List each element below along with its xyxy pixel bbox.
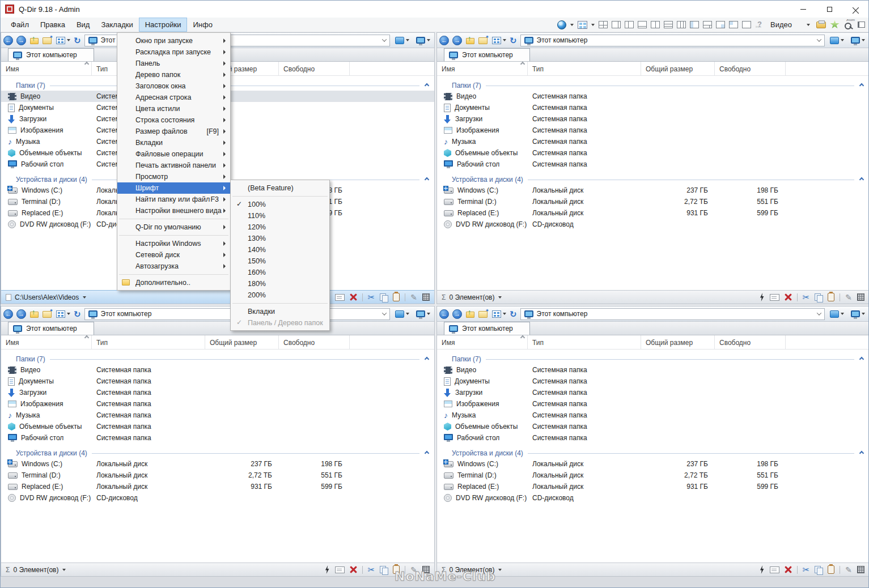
menu-item-вкладки[interactable]: Вкладки (117, 137, 230, 148)
menubar-item-инфо[interactable]: Инфо (187, 18, 218, 32)
group-header[interactable]: Устройства и диски (4) (437, 174, 869, 185)
pane-layout-preset-icon-9[interactable] (703, 21, 712, 28)
file-row[interactable]: ♪МузыкаСистемная папка (437, 136, 869, 147)
column-header-total-size[interactable]: Общий размер (641, 62, 715, 75)
menubar-item-правка[interactable]: Правка (35, 18, 71, 32)
file-row[interactable]: Terminal (D:)Локальный диск2,72 ТБ551 ГБ (437, 196, 869, 207)
menu-item-100-[interactable]: ✓100% (231, 199, 329, 210)
status-count[interactable]: 0 Элемент(ов) (449, 293, 494, 301)
column-header-type[interactable]: Тип (528, 62, 641, 75)
menu-item-шрифт[interactable]: Шрифт (117, 182, 230, 194)
pane-layout-preset-icon-1[interactable] (599, 21, 608, 28)
delete-icon[interactable] (785, 566, 792, 573)
filter-flash-icon[interactable] (760, 293, 765, 301)
pane-maximize-button[interactable] (393, 36, 411, 45)
column-header-total-size[interactable]: Общий размер (205, 335, 279, 349)
file-row[interactable]: ЗагрузкиСистемная папка (437, 113, 869, 125)
menu-item-настройки-внешнего-вида[interactable]: Настройки внешнего вида (117, 205, 230, 216)
menu-item-автозагрузка[interactable]: Автозагрузка (117, 261, 230, 272)
layout-grid-button[interactable] (578, 21, 587, 29)
collapse-group-icon[interactable] (859, 83, 864, 88)
file-row[interactable]: ВидеоСистемная папка (437, 91, 869, 102)
filter-flash-icon[interactable] (325, 565, 330, 574)
up-button[interactable] (465, 36, 475, 45)
file-row[interactable]: ИзображенияСистемная папка (437, 125, 869, 136)
file-row[interactable]: ДокументыСистемная папка (1, 376, 434, 387)
group-header[interactable]: Папки (7) (437, 80, 869, 91)
menu-item-строка-состояния[interactable]: Строка состояния (117, 114, 230, 126)
up-button[interactable] (465, 309, 475, 318)
back-button[interactable]: ← (439, 309, 449, 319)
file-row[interactable]: ВидеоСистемная папка (437, 364, 869, 376)
address-combo[interactable]: Этот компьютер (520, 35, 825, 46)
pane-screen-button[interactable] (849, 309, 867, 318)
menu-item-цвета-истили[interactable]: Цвета истили (117, 103, 230, 114)
delete-icon[interactable] (785, 293, 792, 301)
file-row[interactable]: Terminal (D:)Локальный диск2,72 ТБ551 ГБ (1, 470, 434, 481)
column-header-total-size[interactable]: Общий размер (641, 335, 715, 349)
file-row[interactable]: Replaced (E:)Локальный диск931 ГБ599 ГБ (1, 481, 434, 492)
column-header-name[interactable]: Имя (1, 335, 92, 349)
file-row[interactable]: Windows (C:)Локальный диск237 ГБ198 ГБ (437, 185, 869, 196)
file-row[interactable]: ЗагрузкиСистемная папка (437, 387, 869, 398)
column-header-free[interactable]: Свободно (715, 62, 786, 75)
group-header[interactable]: Папки (7) (437, 354, 869, 364)
rename-icon[interactable] (770, 294, 779, 301)
menu-item-найти-папку-или-файл[interactable]: Найти папку или файлF3 (117, 194, 230, 205)
column-header-name[interactable]: Имя (437, 62, 528, 75)
back-button[interactable]: ← (3, 36, 13, 45)
group-header[interactable]: Папки (7) (1, 354, 434, 364)
status-dropdown-icon[interactable] (498, 569, 502, 571)
filter-flash-icon[interactable] (760, 565, 765, 574)
pane-screen-button[interactable] (414, 36, 432, 45)
forward-button[interactable]: → (16, 309, 26, 319)
menu-item--beta-feature-[interactable]: (Beta Feature) (231, 182, 329, 194)
edit-pencil-icon[interactable]: ✎ (845, 293, 852, 301)
file-row[interactable]: ДокументыСистемная папка (437, 102, 869, 113)
edit-pencil-icon[interactable]: ✎ (845, 566, 852, 574)
pane-layout-preset-icon-2[interactable] (612, 21, 621, 28)
column-header-free[interactable]: Свободно (279, 62, 350, 75)
menu-item-сетевой-диск[interactable]: Сетевой диск (117, 249, 230, 261)
menu-item-150-[interactable]: 150% (231, 255, 329, 267)
favorites-star-icon[interactable] (830, 20, 840, 29)
refresh-button[interactable]: ↻ (74, 36, 81, 45)
file-row[interactable]: ♪МузыкаСистемная папка (1, 410, 434, 421)
menu-item-заголовок-окна[interactable]: Заголовок окна (117, 80, 230, 92)
views-button[interactable] (492, 310, 506, 318)
globe-dropdown-icon[interactable] (570, 24, 574, 26)
status-dropdown-icon[interactable] (83, 296, 86, 299)
file-row[interactable]: Объемные объектыСистемная папка (1, 421, 434, 432)
forward-button[interactable]: → (452, 36, 462, 45)
menu-item-дерево-папок[interactable]: Дерево папок (117, 69, 230, 80)
pane-layout-preset-icon-11[interactable] (729, 21, 738, 28)
tab-this-computer[interactable]: Этот компьютер (444, 322, 530, 335)
back-button[interactable]: ← (439, 36, 449, 45)
menu-item-200-[interactable]: 200% (231, 289, 329, 301)
tab-this-computer[interactable]: Этот компьютер (8, 322, 94, 335)
cut-icon[interactable]: ✂ (368, 565, 375, 574)
back-button[interactable]: ← (3, 309, 13, 319)
edit-pencil-icon[interactable]: ✎ (410, 293, 417, 301)
forward-button[interactable]: → (452, 309, 462, 319)
collapse-group-icon[interactable] (859, 177, 864, 182)
menu-item-160-[interactable]: 160% (231, 267, 329, 278)
menubar-item-закладки[interactable]: Закладки (95, 18, 138, 32)
pane-maximize-button[interactable] (393, 309, 411, 319)
grid-select-icon[interactable] (422, 293, 430, 301)
menu-item-110-[interactable]: 110% (231, 210, 329, 221)
new-folder-button[interactable] (478, 36, 489, 45)
menu-item-файловые-операции[interactable]: Файловые операции (117, 148, 230, 160)
menu-item-раскладка-при-запуске[interactable]: Раскладка при запуске (117, 46, 230, 58)
cut-icon[interactable]: ✂ (803, 565, 810, 574)
inet-help-icon[interactable]: ? (755, 20, 764, 29)
file-row[interactable]: Windows (C:)Локальный диск237 ГБ198 ГБ (1, 458, 434, 470)
menu-item-адресная-строка[interactable]: Адресная строка (117, 92, 230, 103)
pane-layout-preset-icon-12[interactable] (742, 21, 751, 28)
column-header-free[interactable]: Свободно (279, 335, 350, 349)
menu-item-настройки-windows[interactable]: Настройки Windows (117, 238, 230, 249)
pane-screen-button[interactable] (849, 36, 867, 45)
file-row[interactable]: ВидеоСистемная папка (1, 364, 434, 376)
collapse-group-icon[interactable] (425, 357, 429, 361)
menu-item-дополнительно-[interactable]: Дополнительно.. (117, 277, 230, 288)
